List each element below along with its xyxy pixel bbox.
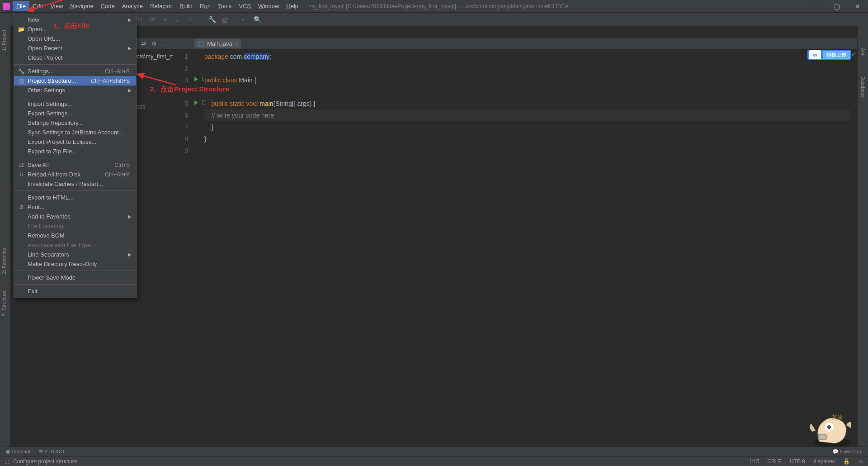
code-line-7[interactable]: } [204,121,850,133]
file-menu-dropdown[interactable]: New▶📂Open...Open URL...Open Recent▶Close… [14,13,137,298]
hide-icon[interactable]: — [162,40,168,47]
code-line-8[interactable]: } [204,133,850,145]
file-menu-export-project-to-eclipse[interactable]: Export Project to Eclipse... [14,137,136,147]
search-icon[interactable]: 🔍 [253,15,261,24]
structure-icon[interactable]: ▧ [221,15,229,24]
file-menu-reload-all-from-disk[interactable]: ↻Reload All from DiskCtrl+Alt+Y [14,170,136,179]
menu-analyze[interactable]: Analyze [118,1,146,11]
file-menu-make-directory-read-only[interactable]: Make Directory Read-Only [14,259,136,269]
code-line-3[interactable]: public class Main { [204,74,850,86]
layout-icon[interactable]: ▭ [241,15,249,24]
menu-refactor[interactable]: Refactor [146,1,176,11]
wrench-icon[interactable]: 🔧 [208,15,216,24]
tool-eventlog[interactable]: 💬 Event Log [832,449,863,455]
svg-line-0 [27,0,65,11]
debug-icon[interactable]: ⤓ [174,15,182,24]
tool-favorites[interactable]: 2: Favorites [0,244,8,277]
status-encoding[interactable]: UTF-8 [790,458,805,465]
status-indent[interactable]: 4 spaces [813,458,835,465]
code-line-2[interactable] [204,62,850,74]
menu-vcs[interactable]: VCS [235,1,255,11]
file-menu-sync-settings-to-jetbrains-account[interactable]: Sync Settings to JetBrains Account... [14,128,136,137]
menu-run[interactable]: Run [196,1,214,11]
file-menu-other-settings[interactable]: Other Settings▶ [14,86,136,95]
menu-window[interactable]: Window [255,1,283,11]
status-icon: ▢ [5,458,9,465]
window-title: my_first_mysql [C:\Users\20193\IdeaProje… [308,3,569,10]
status-lock-icon[interactable]: 🔓 [843,458,850,465]
file-menu-remove-bom[interactable]: Remove BOM [14,231,136,240]
menu-navigate[interactable]: Navigate [66,1,97,11]
menu-help[interactable]: Help [283,1,302,11]
file-menu-close-project[interactable]: Close Project [14,53,136,62]
sync2-icon[interactable]: ⟳ [148,15,156,24]
editor-tabs-header: ⇄ ⚙ — Main.java × [137,38,857,50]
code-line-9[interactable] [204,145,850,157]
menu-tools[interactable]: Tools [214,1,235,11]
rerun-icon[interactable]: ↺ [186,15,194,24]
file-menu-power-save-mode[interactable]: Power Save Mode [14,273,136,282]
gear-icon[interactable]: ⚙ [151,40,157,47]
code-line-1[interactable]: package com.company; [204,51,850,62]
file-menu-project-structure[interactable]: ▧Project Structure...Ctrl+Alt+Shift+S [14,76,136,86]
behind-size-label: 221 [137,104,146,110]
cloud-label: 拖拽上传 [823,51,850,59]
file-menu-print[interactable]: 🖶Print... [14,202,136,212]
editor-code[interactable]: package com.company;public class Main { … [204,51,850,157]
code-line-5[interactable]: public static void main(String[] args) { [204,98,850,109]
svg-text:芙简: 芙简 [832,414,843,420]
svg-rect-5 [818,434,826,440]
file-menu-open[interactable]: 📂Open... [14,24,136,34]
svg-line-1 [137,74,176,85]
file-menu-add-to-favorites[interactable]: Add to Favorites▶ [14,212,136,221]
tool-ant[interactable]: Ant [859,44,867,59]
tool-structure[interactable]: 7: Structure [0,287,8,320]
collapse-icon[interactable]: ⇄ [141,40,146,47]
mascot-image: 芙简 [806,410,855,451]
tool-project[interactable]: 1: Project [0,26,8,54]
sync-icon[interactable]: ↻ [136,15,144,24]
menubar: FileEditViewNavigateCodeAnalyzeRefactorB… [0,0,868,13]
file-menu-exit[interactable]: Exit [14,286,136,296]
file-menu-settings[interactable]: 🔧Settings...Ctrl+Alt+S [14,67,136,76]
tool-database[interactable]: Database [859,73,867,101]
left-tool-stripe: 1: Project 2: Favorites 7: Structure [0,26,11,448]
status-caret-pos[interactable]: 1:15 [749,458,759,465]
editor-tab-main[interactable]: Main.java × [194,39,241,48]
right-tool-stripe: Ant Database [857,26,868,448]
minimize-button[interactable]: — [806,0,826,13]
tool-todo[interactable]: ≣ 6: TODO [39,449,64,455]
code-line-4[interactable] [204,86,850,98]
file-menu-new[interactable]: New▶ [14,15,136,24]
code-line-6[interactable]: // write your code here [204,109,850,121]
file-menu-line-separators[interactable]: Line Separators▶ [14,250,136,259]
file-menu-save-all[interactable]: 🖫Save AllCtrl+S [14,160,136,170]
behind-breadcrumb: cts\my_first_my [137,53,177,60]
file-menu-open-url[interactable]: Open URL... [14,34,136,43]
status-hector-icon[interactable]: ☺ [858,458,863,465]
tab-close-icon[interactable]: × [235,41,238,47]
editor-gutter: 123456789 [173,50,200,448]
stop-icon[interactable]: ■ [161,15,169,24]
menu-code[interactable]: Code [97,1,118,11]
code-editor[interactable]: 123456789 package com.company;public cla… [173,50,850,448]
svg-point-4 [827,425,831,429]
file-menu-export-to-zip-file[interactable]: Export to Zip File... [14,147,136,156]
cloud-icon: ∞ [809,50,821,59]
app-icon [3,3,10,10]
status-line-sep[interactable]: CRLF [767,458,781,465]
file-menu-invalidate-caches-restart[interactable]: Invalidate Caches / Restart... [14,179,136,189]
tool-terminal[interactable]: ▣ Terminal [5,449,30,455]
inspection-ok-icon: ✔ [851,51,856,58]
close-button[interactable]: ✕ [847,0,868,13]
file-menu-settings-repository[interactable]: Settings Repository... [14,118,136,128]
menu-build[interactable]: Build [176,1,196,11]
file-menu-open-recent[interactable]: Open Recent▶ [14,43,136,53]
maximize-button[interactable]: ▢ [826,0,847,13]
file-menu-export-to-html[interactable]: Export to HTML... [14,193,136,202]
cloud-upload-widget[interactable]: ∞ 拖拽上传 [807,50,851,60]
file-menu-export-settings[interactable]: Export Settings... [14,109,136,118]
file-menu-import-settings[interactable]: Import Settings... [14,99,136,109]
file-menu-file-encoding: File Encoding [14,221,136,231]
tab-label: Main.java [207,40,232,47]
